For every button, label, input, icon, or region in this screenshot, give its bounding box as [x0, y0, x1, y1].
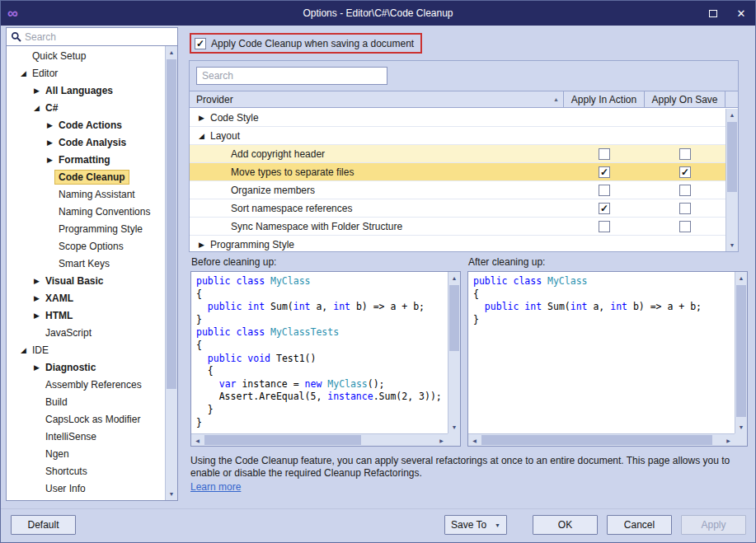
- sidebar-item-scope-options[interactable]: Scope Options: [7, 237, 164, 255]
- scroll-down-icon[interactable]: ▼: [448, 421, 460, 433]
- apply-on-save-checkbox[interactable]: [679, 148, 691, 160]
- sidebar-item-naming-conventions[interactable]: Naming Conventions: [7, 203, 164, 220]
- group-expanded-icon[interactable]: ◢: [196, 132, 207, 140]
- tree-collapsed-icon[interactable]: ▶: [45, 156, 55, 164]
- apply-in-action-checkbox[interactable]: [599, 203, 610, 214]
- apply-on-save-checkbox[interactable]: [679, 221, 691, 232]
- tree-expanded-icon[interactable]: ◢: [18, 346, 29, 354]
- save-to-button[interactable]: Save To▼: [444, 515, 507, 535]
- scroll-down-icon[interactable]: ▼: [166, 488, 177, 500]
- provider-row-sort-namespace-references[interactable]: Sort namespace references: [190, 199, 725, 218]
- scroll-right-icon[interactable]: ▶: [435, 434, 448, 446]
- scroll-thumb[interactable]: [727, 122, 737, 192]
- scroll-thumb[interactable]: [167, 59, 176, 389]
- before-horizontal-scrollbar[interactable]: ◀ ▶: [191, 433, 448, 446]
- sidebar-item-smart-keys[interactable]: Smart Keys: [7, 255, 164, 272]
- scroll-thumb[interactable]: [204, 435, 361, 445]
- provider-label: Sort namespace references: [190, 203, 564, 214]
- sidebar-item-capslock-as-modifier[interactable]: CapsLock as Modifier: [7, 410, 164, 428]
- provider-row-add-copyright-header[interactable]: Add copyright header: [190, 145, 725, 163]
- scroll-up-icon[interactable]: ▲: [726, 109, 738, 121]
- provider-column-header[interactable]: Provider ▲: [190, 91, 564, 107]
- tree-scrollbar[interactable]: ▲ ▼: [165, 46, 177, 500]
- provider-row-sync-namespace[interactable]: Sync Namespace with Folder Structure: [190, 218, 725, 236]
- sidebar-item-diagnostic[interactable]: ▶Diagnostic: [7, 358, 164, 376]
- group-collapsed-icon[interactable]: ▶: [196, 114, 207, 122]
- sidebar-item-code-cleanup[interactable]: Code Cleanup: [7, 168, 164, 185]
- scroll-down-icon[interactable]: ▼: [726, 239, 738, 251]
- sidebar-item-user-info[interactable]: User Info: [7, 480, 164, 497]
- apply-in-action-checkbox[interactable]: [599, 185, 610, 196]
- sidebar-item-csharp[interactable]: ◢C#: [7, 99, 164, 116]
- apply-on-save-document-checkbox[interactable]: [195, 38, 206, 49]
- maximize-button[interactable]: [699, 1, 727, 26]
- sidebar-item-shortcuts[interactable]: Shortcuts: [7, 462, 164, 480]
- sidebar-item-intellisense[interactable]: IntelliSense: [7, 428, 164, 445]
- sidebar-item-xaml[interactable]: ▶XAML: [7, 289, 164, 307]
- sidebar-item-naming-assistant[interactable]: Naming Assistant: [7, 185, 164, 203]
- sidebar-item-html[interactable]: ▶HTML: [7, 307, 164, 324]
- sidebar-item-programming-style[interactable]: Programming Style: [7, 220, 164, 237]
- scroll-up-icon[interactable]: ▲: [448, 272, 460, 284]
- cancel-button[interactable]: Cancel: [607, 515, 672, 535]
- apply-in-action-checkbox[interactable]: [599, 221, 610, 232]
- apply-on-save-column-header[interactable]: Apply On Save: [645, 91, 725, 107]
- scroll-up-icon[interactable]: ▲: [166, 46, 177, 59]
- tree-item-label: Visual Basic: [42, 274, 107, 288]
- tree-expanded-icon[interactable]: ◢: [31, 104, 42, 112]
- sidebar-item-quick-setup[interactable]: Quick Setup: [7, 47, 164, 64]
- apply-on-save-checkbox[interactable]: [679, 203, 691, 214]
- scroll-thumb[interactable]: [481, 435, 712, 445]
- close-button[interactable]: ✕: [727, 1, 755, 26]
- apply-button[interactable]: Apply: [681, 515, 746, 535]
- group-collapsed-icon[interactable]: ▶: [196, 241, 207, 249]
- tree-collapsed-icon[interactable]: ▶: [31, 87, 42, 95]
- apply-code-cleanup-checkbox-row[interactable]: Apply Code Cleanup when saving a documen…: [190, 33, 422, 54]
- provider-group-layout[interactable]: ◢Layout: [190, 127, 725, 145]
- sidebar-item-build[interactable]: Build: [7, 393, 164, 410]
- apply-in-action-checkbox[interactable]: [599, 148, 610, 160]
- scroll-right-icon[interactable]: ▶: [722, 434, 735, 446]
- sidebar-item-ide[interactable]: ◢IDE: [7, 341, 164, 358]
- apply-on-save-checkbox[interactable]: [679, 185, 691, 196]
- provider-row-organize-members[interactable]: Organize members: [190, 181, 725, 199]
- provider-row-move-types-to-separate-files[interactable]: Move types to separate files: [190, 163, 725, 181]
- ok-button[interactable]: OK: [533, 515, 598, 535]
- options-search-input[interactable]: [25, 31, 177, 43]
- scroll-up-icon[interactable]: ▲: [735, 272, 747, 284]
- tree-collapsed-icon[interactable]: ▶: [45, 121, 55, 129]
- sidebar-item-javascript[interactable]: JavaScript: [7, 324, 164, 341]
- tree-collapsed-icon[interactable]: ▶: [31, 294, 42, 302]
- scroll-thumb[interactable]: [449, 285, 459, 351]
- apply-in-action-column-header[interactable]: Apply In Action: [564, 91, 645, 107]
- tree-expanded-icon[interactable]: ◢: [18, 69, 29, 77]
- after-horizontal-scrollbar[interactable]: ◀ ▶: [468, 433, 735, 446]
- tree-collapsed-icon[interactable]: ▶: [45, 138, 55, 147]
- provider-group-programming-style[interactable]: ▶Programming Style: [190, 236, 725, 251]
- learn-more-link[interactable]: Learn more: [190, 481, 241, 493]
- apply-on-save-checkbox[interactable]: [679, 166, 691, 178]
- sidebar-item-assembly-references[interactable]: Assembly References: [7, 376, 164, 393]
- scroll-left-icon[interactable]: ◀: [468, 434, 481, 446]
- scroll-down-icon[interactable]: ▼: [735, 421, 747, 433]
- scroll-thumb[interactable]: [736, 285, 746, 417]
- provider-search-input[interactable]: [197, 70, 387, 82]
- tree-item-label: Smart Keys: [55, 257, 113, 270]
- tree-collapsed-icon[interactable]: ▶: [31, 363, 42, 372]
- after-vertical-scrollbar[interactable]: ▲ ▼: [735, 272, 747, 433]
- sidebar-item-visual-basic[interactable]: ▶Visual Basic: [7, 272, 164, 289]
- before-vertical-scrollbar[interactable]: ▲ ▼: [448, 272, 460, 433]
- sidebar-item-ngen[interactable]: Ngen: [7, 445, 164, 462]
- apply-in-action-checkbox[interactable]: [599, 166, 610, 178]
- table-scrollbar[interactable]: ▲ ▼: [725, 109, 738, 251]
- default-button[interactable]: Default: [11, 515, 76, 535]
- tree-collapsed-icon[interactable]: ▶: [31, 277, 42, 285]
- sidebar-item-formatting[interactable]: ▶Formatting: [7, 151, 164, 168]
- sidebar-item-code-actions[interactable]: ▶Code Actions: [7, 116, 164, 133]
- sidebar-item-editor[interactable]: ◢Editor: [7, 64, 164, 82]
- sidebar-item-code-analysis[interactable]: ▶Code Analysis: [7, 133, 164, 151]
- scroll-left-icon[interactable]: ◀: [191, 434, 204, 446]
- provider-group-code-style[interactable]: ▶Code Style: [190, 109, 725, 127]
- sidebar-item-all-languages[interactable]: ▶All Languages: [7, 82, 164, 99]
- tree-collapsed-icon[interactable]: ▶: [31, 311, 42, 320]
